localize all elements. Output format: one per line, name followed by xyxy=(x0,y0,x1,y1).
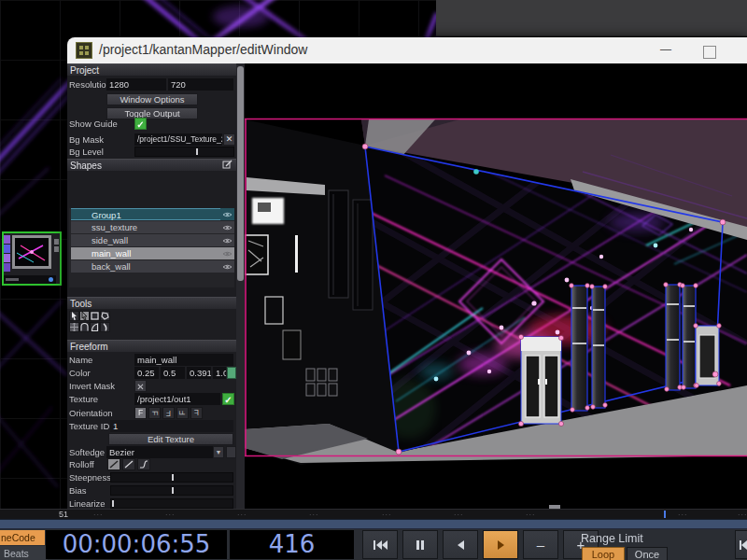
color-swatch[interactable] xyxy=(227,367,236,379)
visibility-eye-icon[interactable] xyxy=(220,208,234,220)
timecode-display[interactable]: 00:00:06:55 xyxy=(46,530,227,559)
name-label: Name xyxy=(69,354,92,366)
panel-scrollbar[interactable] xyxy=(236,63,245,510)
section-shapes[interactable]: Shapes xyxy=(67,159,236,171)
node-parameter-chips xyxy=(4,235,10,273)
steepness-label: Steepness xyxy=(69,471,111,483)
orientation-0[interactable]: F xyxy=(134,407,147,419)
softedge-extra-button[interactable] xyxy=(226,446,236,458)
move-tool[interactable] xyxy=(69,322,79,332)
shape-row-main-wall[interactable]: main_wall xyxy=(71,247,220,259)
select-tool[interactable] xyxy=(69,311,79,321)
section-project[interactable]: Project xyxy=(67,63,236,76)
visibility-eye-icon[interactable] xyxy=(220,247,234,259)
skip-to-start-icon xyxy=(373,539,388,551)
rectangle-tool[interactable] xyxy=(90,311,100,321)
shape-row-back-wall[interactable]: back_wall xyxy=(71,260,220,273)
visibility-eye-icon[interactable] xyxy=(220,221,234,233)
bg-mask-field[interactable]: /project1/SSU_Texture_2106x994 xyxy=(134,133,222,146)
scrollbar-thumb[interactable] xyxy=(237,66,244,281)
color-g-field[interactable]: 0.5 xyxy=(161,367,185,379)
texture-ok-checkbox[interactable]: ✓ xyxy=(222,393,234,405)
playhead-tick[interactable] xyxy=(664,511,666,518)
maximize-button[interactable] xyxy=(703,46,716,59)
kantan-mapper-window: /project1/kantanMapper/editWindow — Proj… xyxy=(67,37,747,510)
window-title: /project1/kantanMapper/editWindow xyxy=(99,42,307,57)
color-a-field[interactable]: 1.0 xyxy=(213,367,226,379)
app-icon xyxy=(76,42,92,59)
bg-level-slider[interactable] xyxy=(134,147,234,157)
arc-wedge-tool[interactable] xyxy=(90,322,100,332)
screen: /project1/kantanMapper/editWindow — Proj… xyxy=(0,0,747,560)
minimize-button[interactable]: — xyxy=(658,43,673,58)
step-back-icon xyxy=(457,539,465,551)
resolution-width-field[interactable]: 1280 xyxy=(106,78,166,91)
visibility-eye-icon[interactable] xyxy=(220,260,234,273)
edit-shapes-icon[interactable] xyxy=(222,160,233,170)
transport-bar: neCode Beats 00:00:06:55 416 – + Range L… xyxy=(0,529,747,560)
window-titlebar[interactable]: /project1/kantanMapper/editWindow — xyxy=(67,37,747,63)
crescent-tool[interactable] xyxy=(100,322,110,332)
show-guide-checkbox[interactable]: ✓ xyxy=(134,118,147,130)
freeform-tool[interactable] xyxy=(100,311,110,321)
frame-display[interactable]: 416 xyxy=(230,530,354,559)
color-b-field[interactable]: 0.391 xyxy=(187,367,211,379)
pause-icon xyxy=(416,539,425,551)
cabinet-shape[interactable] xyxy=(521,337,561,424)
orientation-label: Orientation xyxy=(69,407,112,419)
orientation-90[interactable]: F xyxy=(148,407,161,419)
softedge-dropdown[interactable]: Bezier xyxy=(106,446,213,458)
resolution-height-field[interactable]: 720 xyxy=(168,78,233,91)
arch-tool[interactable] xyxy=(79,322,90,332)
node-flags xyxy=(54,239,59,254)
skip-to-start-button[interactable] xyxy=(362,530,398,559)
edit-texture-button[interactable]: Edit Texture xyxy=(108,433,233,445)
color-label: Color xyxy=(69,367,91,379)
bias-slider[interactable] xyxy=(110,485,233,496)
texture-id-label: Texture ID xyxy=(69,420,109,432)
orientation-mirror[interactable]: F xyxy=(190,407,203,419)
pause-button[interactable] xyxy=(402,530,438,559)
invert-mask-checkbox[interactable]: ✕ xyxy=(134,380,147,392)
tab-beats[interactable]: Beats xyxy=(0,546,48,560)
rolloff-step-icon[interactable] xyxy=(137,458,150,470)
section-tools[interactable]: Tools xyxy=(67,297,236,309)
network-node[interactable] xyxy=(2,231,62,286)
edge-handle-teal[interactable] xyxy=(473,169,479,175)
play-button[interactable] xyxy=(483,530,518,559)
toggle-output-button[interactable]: Toggle Output xyxy=(106,107,198,119)
orientation-270[interactable]: F xyxy=(176,407,189,419)
orientation-180[interactable]: F xyxy=(162,407,175,419)
show-guide-label: Show Guide xyxy=(69,118,118,130)
name-field[interactable]: main_wall xyxy=(134,354,233,366)
shape-row-group1[interactable]: Group1 xyxy=(71,208,220,220)
speed-minus-button[interactable]: – xyxy=(523,530,558,559)
partial-skip-button[interactable] xyxy=(735,530,747,559)
bg-mask-label: Bg Mask xyxy=(69,133,104,146)
background-window[interactable] xyxy=(436,0,747,36)
direct-select-tool[interactable] xyxy=(79,311,90,321)
node-thumbnail xyxy=(15,238,49,266)
rolloff-linear-icon[interactable] xyxy=(122,458,135,470)
section-freeform[interactable]: Freeform xyxy=(67,340,236,352)
shape-row-ssu-texture[interactable]: ssu_texture xyxy=(71,221,220,233)
mapping-viewport[interactable] xyxy=(245,63,747,510)
step-back-button[interactable] xyxy=(443,530,478,559)
shape-row-side-wall[interactable]: side_wall xyxy=(71,234,220,246)
loop-button[interactable]: Loop xyxy=(582,547,625,560)
color-r-field[interactable]: 0.25 xyxy=(134,367,159,379)
bg-mask-clear-button[interactable]: ✕ xyxy=(223,133,235,146)
once-button[interactable]: Once xyxy=(627,547,668,560)
bg-level-label: Bg Level xyxy=(69,146,104,158)
node-footer xyxy=(4,275,56,284)
chevron-down-icon[interactable]: ▼ xyxy=(213,446,224,458)
timeline-range-bar[interactable] xyxy=(0,519,747,529)
window-options-button[interactable]: Window Options xyxy=(106,93,198,105)
visibility-eye-icon[interactable] xyxy=(220,234,234,246)
timeline-ruler[interactable]: 51 ...... ...... ...... ...... ... xyxy=(0,509,747,519)
tab-timecode[interactable]: neCode xyxy=(0,530,45,545)
rolloff-smooth-icon[interactable] xyxy=(107,458,120,470)
steepness-slider[interactable] xyxy=(110,472,233,483)
texture-field[interactable]: /project1/out1 xyxy=(134,393,220,405)
texture-id-field[interactable]: 1 xyxy=(110,420,233,432)
